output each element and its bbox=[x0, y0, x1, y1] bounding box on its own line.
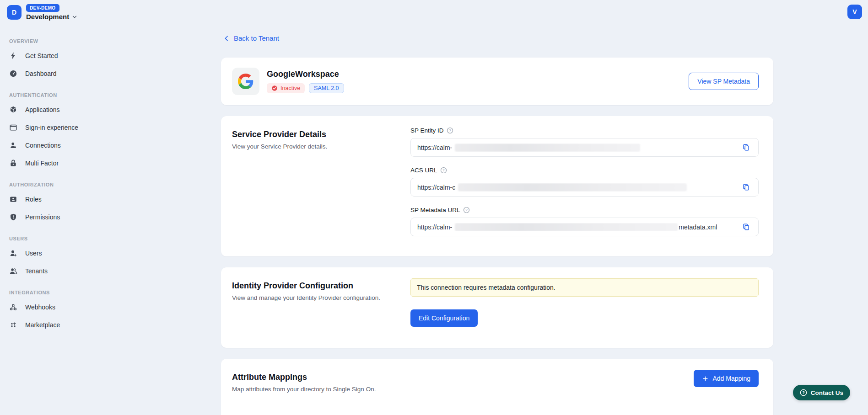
sidebar-item-label: Multi Factor bbox=[25, 160, 59, 167]
copy-button[interactable] bbox=[738, 180, 754, 195]
svg-text:?: ? bbox=[449, 128, 451, 133]
help-icon[interactable]: ? bbox=[463, 207, 470, 213]
sp-metadata-url-field: SP Metadata URL ? https://calm- metadata… bbox=[410, 207, 759, 236]
idp-configuration-card: Identity Provider Configuration View and… bbox=[221, 267, 773, 348]
sidebar: OVERVIEW Get Started Dashboard AUTHENTIC… bbox=[0, 28, 110, 334]
section-subtitle: View your Service Provider details. bbox=[232, 143, 410, 150]
connection-header-card: GoogleWorkspace Inactive SAML 2.0 View S… bbox=[221, 58, 773, 105]
cube-icon bbox=[9, 106, 17, 114]
env-badge: DEV-DEMO bbox=[26, 4, 59, 12]
person-icon bbox=[9, 141, 17, 149]
chevron-down-icon bbox=[71, 14, 78, 20]
webhook-icon bbox=[9, 303, 17, 311]
users-icon bbox=[9, 267, 17, 275]
sidebar-section-overview: OVERVIEW bbox=[9, 38, 104, 44]
field-label: SP Entity ID bbox=[410, 127, 444, 134]
help-icon[interactable]: ? bbox=[447, 127, 453, 134]
lock-icon bbox=[9, 159, 17, 167]
bolt-icon bbox=[9, 52, 17, 60]
add-mapping-button[interactable]: Add Mapping bbox=[694, 370, 759, 387]
metadata-warning-banner: This connection requires metadata config… bbox=[410, 278, 759, 297]
acs-url-field: ACS URL ? https://calm-c bbox=[410, 167, 759, 197]
sidebar-item-roles[interactable]: Roles bbox=[9, 190, 104, 208]
attribute-mappings-card: Attribute Mappings Map attributes from y… bbox=[221, 359, 773, 415]
contact-us-button[interactable]: ? Contact Us bbox=[793, 385, 850, 400]
copy-button[interactable] bbox=[738, 140, 754, 155]
field-label: SP Metadata URL bbox=[410, 207, 460, 213]
redacted-value bbox=[455, 144, 640, 152]
service-provider-details-card: Service Provider Details View your Servi… bbox=[221, 116, 773, 256]
section-title: Identity Provider Configuration bbox=[232, 281, 410, 291]
svg-text:?: ? bbox=[465, 208, 468, 212]
sidebar-item-label: Applications bbox=[25, 106, 60, 113]
sidebar-item-applications[interactable]: Applications bbox=[9, 101, 104, 118]
sidebar-item-connections[interactable]: Connections bbox=[9, 136, 104, 154]
sidebar-item-users[interactable]: Users bbox=[9, 244, 104, 262]
question-circle-icon: ? bbox=[800, 389, 807, 396]
check-circle-icon bbox=[271, 85, 278, 91]
svg-text:?: ? bbox=[802, 390, 805, 395]
svg-text:?: ? bbox=[442, 168, 445, 172]
redacted-value bbox=[458, 183, 687, 192]
main-content: Back to Tenant GoogleWorkspace Inactive bbox=[221, 0, 773, 415]
sidebar-item-label: Dashboard bbox=[25, 70, 57, 77]
copy-button[interactable] bbox=[738, 219, 754, 235]
workspace-logo: D bbox=[7, 5, 22, 20]
copy-icon bbox=[742, 143, 750, 152]
status-badge: Inactive bbox=[267, 83, 305, 93]
sidebar-item-label: Webhooks bbox=[25, 303, 55, 311]
sidebar-section-integrations: INTEGRATIONS bbox=[9, 290, 104, 295]
environment-name: Development bbox=[26, 13, 69, 21]
section-title: Service Provider Details bbox=[232, 130, 410, 139]
sidebar-item-label: Users bbox=[25, 250, 42, 257]
section-subtitle: Map attributes from your directory to Si… bbox=[232, 386, 376, 393]
user-avatar[interactable]: V bbox=[847, 5, 862, 19]
sidebar-section-authorization: AUTHORIZATION bbox=[9, 182, 104, 187]
sidebar-section-users: USERS bbox=[9, 236, 104, 241]
redacted-value bbox=[455, 223, 678, 231]
sidebar-item-get-started[interactable]: Get Started bbox=[9, 47, 104, 64]
sidebar-section-authentication: AUTHENTICATION bbox=[9, 92, 104, 98]
view-sp-metadata-button[interactable]: View SP Metadata bbox=[689, 73, 759, 90]
sidebar-item-label: Roles bbox=[25, 196, 42, 203]
sidebar-item-dashboard[interactable]: Dashboard bbox=[9, 64, 104, 82]
browser-window-icon bbox=[9, 123, 17, 132]
google-logo bbox=[232, 68, 259, 95]
sp-entity-id-field: SP Entity ID ? https://calm- bbox=[410, 127, 759, 157]
sidebar-item-label: Tenants bbox=[25, 267, 48, 275]
dots-grid-icon bbox=[9, 321, 17, 329]
copy-icon bbox=[742, 183, 750, 192]
environment-switcher[interactable]: D DEV-DEMO Development bbox=[7, 4, 78, 21]
protocol-badge: SAML 2.0 bbox=[309, 83, 344, 93]
sidebar-item-sign-in-experience[interactable]: Sign-in experience bbox=[9, 118, 104, 136]
sidebar-item-label: Get Started bbox=[25, 52, 58, 59]
sidebar-item-tenants[interactable]: Tenants bbox=[9, 262, 104, 280]
user-plus-icon bbox=[9, 249, 17, 257]
gauge-icon bbox=[9, 69, 17, 78]
sidebar-item-multi-factor[interactable]: Multi Factor bbox=[9, 154, 104, 172]
back-to-tenant-link[interactable]: Back to Tenant bbox=[223, 34, 279, 42]
chevron-left-icon bbox=[223, 35, 230, 42]
sidebar-item-marketplace[interactable]: Marketplace bbox=[9, 316, 104, 334]
acs-url-input: https://calm-c bbox=[410, 178, 759, 197]
section-title: Attribute Mappings bbox=[232, 372, 376, 382]
shield-icon bbox=[9, 213, 17, 221]
sidebar-item-label: Marketplace bbox=[25, 321, 60, 329]
help-icon[interactable]: ? bbox=[440, 167, 447, 174]
section-subtitle: View and manage your Identity Provider c… bbox=[232, 294, 410, 301]
field-label: ACS URL bbox=[410, 167, 437, 174]
sp-entity-id-input: https://calm- bbox=[410, 138, 759, 157]
id-card-icon bbox=[9, 195, 17, 203]
sp-metadata-url-input: https://calm- metadata.xml bbox=[410, 218, 759, 236]
sidebar-item-webhooks[interactable]: Webhooks bbox=[9, 298, 104, 316]
copy-icon bbox=[742, 223, 750, 231]
sidebar-item-label: Permissions bbox=[25, 213, 60, 221]
connection-name: GoogleWorkspace bbox=[267, 69, 344, 79]
edit-configuration-button[interactable]: Edit Configuration bbox=[410, 309, 478, 327]
sidebar-item-permissions[interactable]: Permissions bbox=[9, 208, 104, 226]
sidebar-item-label: Sign-in experience bbox=[25, 124, 78, 131]
plus-icon bbox=[702, 375, 709, 382]
sidebar-item-label: Connections bbox=[25, 142, 61, 149]
